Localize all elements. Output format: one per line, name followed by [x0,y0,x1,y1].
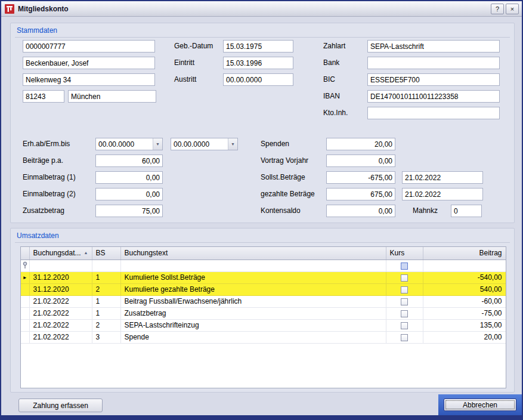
kurs-checkbox[interactable] [401,286,408,294]
cell-betrag[interactable]: 540,00 [423,283,506,295]
cell-buchungsdatum[interactable]: 21.02.2022 [29,331,92,343]
erh-ab-combo[interactable]: ▼ [95,138,163,150]
zahlart-label: Zahlart [323,40,345,52]
bic-field[interactable] [367,73,500,86]
cell-buchungsdatum[interactable]: 31.12.2020 [29,271,92,283]
kurs-filter-checkbox[interactable] [401,262,408,270]
table-row[interactable]: 21.02.2022 3 Spende 20,00 [21,331,506,343]
header-indicator-cell [21,247,29,260]
cell-bs[interactable]: 1 [92,271,120,283]
cell-betrag[interactable]: -540,00 [423,271,506,283]
cell-buchungsdatum[interactable]: 31.12.2020 [29,283,92,295]
cell-betrag[interactable]: 20,00 [423,331,506,343]
chevron-down-icon[interactable]: ▼ [153,138,162,150]
kto-inh-field[interactable] [367,107,500,119]
chevron-down-icon[interactable]: ▼ [228,138,237,150]
grid-filter-row[interactable] [21,260,506,271]
table-row[interactable]: 31.12.2020 2 Kumulierte gezahlte Beträge… [21,283,506,295]
einmalbetrag2-label: Einmalbetrag (2) [23,188,76,200]
cell-betrag[interactable]: -75,00 [423,307,506,319]
column-header-bs[interactable]: BS [92,247,120,260]
column-header-kurs[interactable]: Kurs [386,247,423,260]
filter-cell-kurs[interactable] [386,260,423,271]
street-field[interactable] [23,73,155,86]
eintritt-label: Eintritt [174,57,194,69]
umsatz-grid: Buchungsdat...▲ BS Buchungstext Kurs Bei… [20,246,506,388]
zahlung-erfassen-button[interactable]: Zahlung erfassen [18,399,103,412]
einmalbetrag2-field[interactable] [95,188,163,200]
einmalbetrag1-field[interactable] [95,171,163,184]
cell-bs[interactable]: 2 [92,283,120,295]
kurs-checkbox[interactable] [401,334,408,341]
cell-buchungstext[interactable]: Kumulierte Sollst.Beträge [120,271,386,283]
kurs-checkbox[interactable] [401,274,408,282]
erm-bis-combo[interactable]: ▼ [171,138,238,150]
sort-asc-icon: ▲ [84,251,88,255]
iban-field[interactable] [367,90,500,103]
column-header-beitrag[interactable]: Beitrag [423,247,506,260]
cell-buchungstext[interactable]: Beitrag Fussball/Erwachsene/jährlich [120,295,386,307]
help-button[interactable]: ? [491,4,504,14]
umsatzdaten-caption-separator [15,242,510,243]
cell-bs[interactable]: 2 [92,319,120,331]
table-row[interactable]: 21.02.2022 1 Zusatzbetrag -75,00 [21,307,506,319]
city-field[interactable] [68,90,156,103]
titlebar[interactable]: Mitgliedskonto ? × [1,1,522,17]
vortrag-vorjahr-field[interactable] [326,155,395,167]
name-field[interactable] [23,57,155,69]
beitraege-pa-field[interactable] [95,155,163,167]
zahlart-field[interactable] [367,40,500,52]
close-button[interactable]: × [506,4,519,14]
austritt-field[interactable] [223,73,293,86]
column-header-buchungsdatum[interactable]: Buchungsdat...▲ [29,247,92,260]
cell-bs[interactable]: 1 [92,295,120,307]
table-row[interactable]: 21.02.2022 2 SEPA-Lastschrifteinzug 135,… [21,319,506,331]
geb-datum-field[interactable] [223,40,293,52]
cell-kurs[interactable] [386,307,423,319]
cell-buchungstext[interactable]: Zusatzbetrag [120,307,386,319]
spenden-field[interactable] [326,138,395,150]
sollst-datum-field[interactable] [402,171,483,184]
kurs-checkbox[interactable] [401,298,408,305]
kontensaldo-label: Kontensaldo [261,205,301,217]
filter-cell-beitrag[interactable] [423,260,506,271]
filter-cell-buchungsdatum[interactable] [29,260,92,271]
cell-betrag[interactable]: -60,00 [423,295,506,307]
kontensaldo-field[interactable] [326,205,395,217]
abbrechen-button[interactable]: Abbrechen [444,399,516,411]
cell-kurs[interactable] [386,319,423,331]
cell-buchungsdatum[interactable]: 21.02.2022 [29,307,92,319]
member-id-field[interactable] [23,40,155,52]
filter-cell-buchungstext[interactable] [120,260,386,271]
sollst-betraege-field[interactable] [326,171,395,184]
cell-buchungstext[interactable]: SEPA-Lastschrifteinzug [120,319,386,331]
gezahlte-datum-field[interactable] [402,188,483,200]
cell-buchungsdatum[interactable]: 21.02.2022 [29,295,92,307]
titlebar-buttons: ? × [491,4,519,14]
column-header-buchungstext[interactable]: Buchungstext [120,247,386,260]
plz-field[interactable] [23,90,64,103]
table-row[interactable]: ► 31.12.2020 1 Kumulierte Sollst.Beträge… [21,271,506,283]
stammdaten-caption: Stammdaten [17,26,57,35]
cell-buchungstext[interactable]: Spende [120,331,386,343]
cell-kurs[interactable] [386,331,423,343]
kurs-checkbox[interactable] [401,310,408,317]
row-indicator [21,295,29,307]
cell-buchungsdatum[interactable]: 21.02.2022 [29,319,92,331]
table-row[interactable]: 21.02.2022 1 Beitrag Fussball/Erwachsene… [21,295,506,307]
cell-kurs[interactable] [386,295,423,307]
cell-kurs[interactable] [386,271,423,283]
erh-ab-erm-bis-label: Erh.ab/Erm.bis [23,138,70,150]
cell-betrag[interactable]: 135,00 [423,319,506,331]
cell-bs[interactable]: 3 [92,331,120,343]
mahnkz-field[interactable] [451,205,482,217]
filter-cell-bs[interactable] [92,260,120,271]
gezahlte-betraege-field[interactable] [326,188,395,200]
cell-kurs[interactable] [386,283,423,295]
eintritt-field[interactable] [223,57,293,69]
zusatzbetrag-field[interactable] [95,205,163,217]
cell-bs[interactable]: 1 [92,307,120,319]
kurs-checkbox[interactable] [401,322,408,329]
cell-buchungstext[interactable]: Kumulierte gezahlte Beträge [120,283,386,295]
bank-field[interactable] [367,57,500,69]
